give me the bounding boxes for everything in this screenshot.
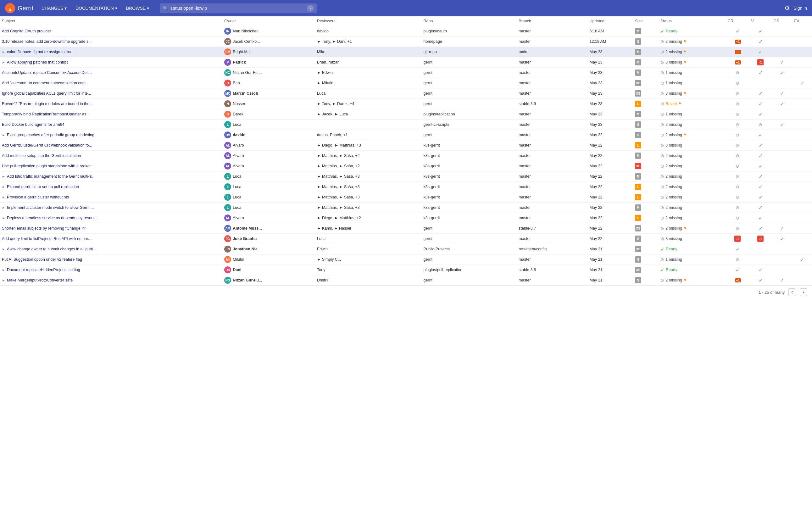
cs-cell [772, 244, 793, 255]
size-cell: L [633, 182, 658, 192]
cs-cell [772, 213, 793, 223]
subject-cell[interactable]: Use pull-replication plugin standalone w… [0, 161, 222, 171]
status-block-icon: ⊘ [661, 205, 664, 210]
status-text: Revert [665, 102, 677, 106]
search-input[interactable] [171, 6, 304, 11]
subject-cell[interactable]: ► color: fix have_fg not re assign to tr… [0, 47, 222, 57]
avatar: AL [224, 152, 231, 159]
v-cell: ✓ [750, 109, 772, 119]
subject-cell[interactable]: Temporarily bind ReplicationRemotesUpdat… [0, 109, 222, 119]
subject-cell[interactable]: Ignore global capabilities ACLs query li… [0, 88, 222, 99]
wip-arrow-icon: ► [2, 206, 6, 210]
reviewers-cell: ► Matthias, ► Saša, +3 [315, 182, 422, 192]
table-row[interactable]: Add `outcome` to comment autocompletion … [0, 78, 812, 88]
table-row[interactable]: Add Cognito OAuth providerINIvan Nikolch… [0, 26, 812, 37]
table-row[interactable]: Temporarily bind ReplicationRemotesUpdat… [0, 109, 812, 119]
fv-cell [792, 275, 812, 286]
updated-cell: May 23 [588, 47, 633, 57]
cr-block-icon: ⊘ [736, 153, 739, 158]
subject-cell[interactable]: AccountsUpdate: replace Consumer<Account… [0, 68, 222, 78]
branch-cell: master [517, 57, 588, 68]
owner-name: Dani [233, 268, 241, 272]
subject-cell[interactable]: ► Make MergeInputProtoConverter safe [0, 275, 222, 286]
status-cell: ⊘Revert⚑ [658, 99, 726, 109]
subject-cell[interactable]: Put AI Suggestion option under v2 featur… [0, 255, 222, 265]
fv-cell [792, 161, 812, 171]
table-row[interactable]: ► Allow applying patches that conflictPP… [0, 57, 812, 68]
cs-cell: ✓ [772, 99, 793, 109]
subject-cell[interactable]: ► Allow applying patches that conflict [0, 57, 222, 68]
subject-cell[interactable]: Build Docker build agents for arm64 [0, 119, 222, 130]
settings-icon-button[interactable]: ⚙ [785, 5, 790, 12]
table-row[interactable]: Put AI Suggestion option under v2 featur… [0, 255, 812, 265]
subject-cell[interactable]: Shorten email subjects by removing "Chan… [0, 223, 222, 234]
subject-cell[interactable]: ► Add Istio traffic management to the Ge… [0, 171, 222, 182]
subject-cell[interactable]: ► Expand gerrit-init to set up pull repl… [0, 182, 222, 192]
updated-cell: May 22 [588, 202, 633, 213]
table-row[interactable]: ► Evict group caches after periodic grou… [0, 130, 812, 140]
table-row[interactable]: ► Provision a gerrit cluster without nfs… [0, 192, 812, 202]
size-cell: S [633, 275, 658, 286]
table-row[interactable]: Shorten email subjects by removing "Chan… [0, 223, 812, 234]
sign-in-button[interactable]: Sign in [794, 6, 807, 11]
wip-arrow-icon: ► [2, 174, 6, 178]
table-row[interactable]: Revert^2 "Ensure plugin modules are boun… [0, 99, 812, 109]
table-row[interactable]: ► Expand gerrit-init to set up pull repl… [0, 182, 812, 192]
subject-cell[interactable]: ► Deploys a headless service as dependen… [0, 213, 222, 223]
nav-browse-button[interactable]: BROWSE ▾ [123, 4, 152, 13]
table-row[interactable]: ► Deploys a headless service as dependen… [0, 213, 812, 223]
reviewers-cell: ► Matthias, ► Saša, +2 [315, 151, 422, 161]
repo-cell: k8s-gerrit [422, 171, 517, 182]
table-row[interactable]: ► Allow change owner to submit changes i… [0, 244, 812, 255]
nav-changes-button[interactable]: CHANGES ▾ [38, 4, 70, 13]
cr-cell: ⊘ [726, 202, 750, 213]
table-row[interactable]: Ignore global capabilities ACLs query li… [0, 88, 812, 99]
fv-cell [792, 109, 812, 119]
subject-cell[interactable]: ► Provision a gerrit cluster without nfs [0, 192, 222, 202]
search-help-button[interactable]: ? [307, 5, 314, 12]
subject-cell[interactable]: ► Allow change owner to submit changes i… [0, 244, 222, 255]
subject-cell[interactable]: Add multi-site setup into the Gerrit ins… [0, 151, 222, 161]
next-page-button[interactable]: › [800, 288, 807, 296]
table-row[interactable]: Add multi-site setup into the Gerrit ins… [0, 151, 812, 161]
table-row[interactable]: AccountsUpdate: replace Consumer<Account… [0, 68, 812, 78]
subject-cell[interactable]: Add Cognito OAuth provider [0, 26, 222, 37]
subject-cell[interactable]: 3.10 release notes: add zero-downtime up… [0, 37, 222, 47]
table-row[interactable]: Build Docker build agents for arm64LLuca… [0, 119, 812, 130]
prev-page-button[interactable]: ‹ [788, 288, 796, 296]
status-block-icon: ⊘ [661, 153, 664, 158]
subject-cell[interactable]: ► Evict group caches after periodic grou… [0, 130, 222, 140]
cs-cell: ✓ [772, 57, 793, 68]
size-cell: L [633, 99, 658, 109]
cr-plus-badge: +1 [735, 50, 741, 54]
table-row[interactable]: ► Document replicateHiddenProjects setti… [0, 265, 812, 275]
v-check-icon: ✓ [758, 215, 763, 221]
subject-cell[interactable]: ► Document replicateHiddenProjects setti… [0, 265, 222, 275]
branch-cell: master [517, 78, 588, 88]
table-row[interactable]: ► Add Istio traffic management to the Ge… [0, 171, 812, 182]
table-row[interactable]: ► Implement a cluster mode switch to all… [0, 202, 812, 213]
table-row[interactable]: Use pull-replication plugin standalone w… [0, 161, 812, 171]
table-row[interactable]: 3.10 release notes: add zero-downtime up… [0, 37, 812, 47]
cs-check-icon: ✓ [780, 60, 784, 65]
subject-cell[interactable]: ► Implement a cluster mode switch to all… [0, 202, 222, 213]
nav-documentation-button[interactable]: DOCUMENTATION ▾ [72, 4, 120, 13]
fv-cell [792, 47, 812, 57]
cr-cell: ✓ [726, 26, 750, 37]
avatar: AL [224, 162, 231, 170]
table-row[interactable]: Add GerritCluster/Gerrit CR webhook vali… [0, 140, 812, 151]
cr-cell: ⊘ [726, 213, 750, 223]
table-row[interactable]: Add query limit to listProjects RestAPI … [0, 234, 812, 244]
cr-cell: ⊘ [726, 99, 750, 109]
subject-cell[interactable]: Add `outcome` to comment autocompletion … [0, 78, 222, 88]
avatar: D [224, 111, 231, 118]
avatar: DN [224, 267, 231, 273]
subject-cell[interactable]: Add GerritCluster/Gerrit CR webhook vali… [0, 140, 222, 151]
status-text: 2 missing [665, 185, 682, 189]
v-minus-badge: -1 [757, 59, 764, 66]
table-row[interactable]: ► color: fix have_fg not re assign to tr… [0, 47, 812, 57]
owner-name: Bright.Ma [233, 50, 250, 54]
table-row[interactable]: ► Make MergeInputProtoConverter safeNGNi… [0, 275, 812, 286]
subject-cell[interactable]: Add query limit to listProjects RestAPI … [0, 234, 222, 244]
subject-cell[interactable]: Revert^2 "Ensure plugin modules are boun… [0, 99, 222, 109]
